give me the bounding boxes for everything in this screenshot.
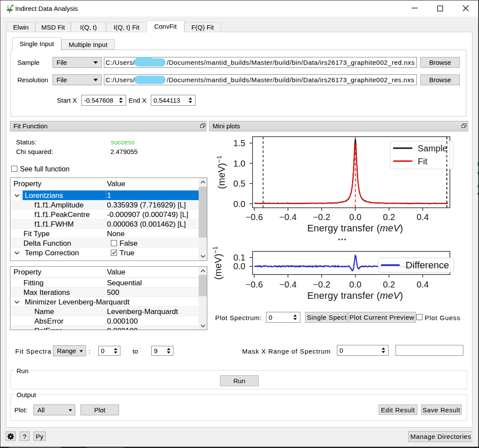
svg-text:(meV)−1: (meV)−1 xyxy=(215,156,227,189)
svg-text:1.5: 1.5 xyxy=(233,138,246,148)
svg-text:0.5: 0.5 xyxy=(233,179,246,188)
svg-text:Sample: Sample xyxy=(418,144,447,153)
svg-text:−0.2: −0.2 xyxy=(313,212,330,222)
svg-text:−0.2: −0.2 xyxy=(313,280,330,289)
svg-text:0.0: 0.0 xyxy=(233,199,246,209)
svg-text:1.0: 1.0 xyxy=(233,159,246,168)
svg-text:Fit: Fit xyxy=(418,157,428,166)
svg-text:Energy transfer (meV): Energy transfer (meV) xyxy=(307,223,403,234)
svg-text:0.4: 0.4 xyxy=(416,280,429,289)
svg-text:−0.4: −0.4 xyxy=(279,212,297,222)
svg-text:−0.6: −0.6 xyxy=(246,212,263,222)
svg-text:Difference: Difference xyxy=(406,260,449,271)
svg-text:−0.4: −0.4 xyxy=(279,280,297,289)
svg-text:0.0: 0.0 xyxy=(349,212,361,222)
svg-text:0.1: 0.1 xyxy=(233,253,246,262)
svg-text:0.4: 0.4 xyxy=(416,212,429,222)
svg-text:0.2: 0.2 xyxy=(383,280,395,289)
svg-text:0.2: 0.2 xyxy=(383,212,395,222)
svg-text:(meV)−1: (meV)−1 xyxy=(212,246,224,280)
svg-text:Energy transfer (meV): Energy transfer (meV) xyxy=(307,290,403,301)
svg-text:0.0: 0.0 xyxy=(233,261,246,271)
svg-text:0.0: 0.0 xyxy=(349,280,361,289)
svg-text:−0.6: −0.6 xyxy=(246,280,263,289)
